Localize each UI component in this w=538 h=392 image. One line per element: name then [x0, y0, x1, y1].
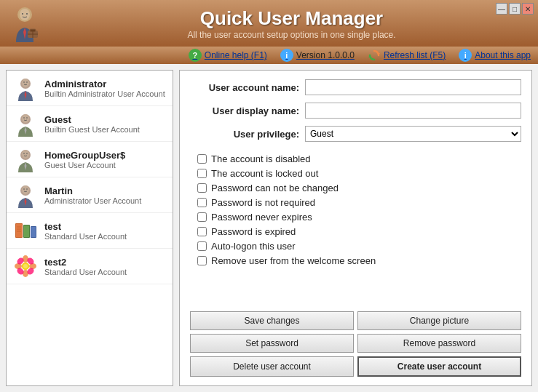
user-info-guest: Guest Builtin Guest User Account [44, 114, 140, 134]
user-item-guest[interactable]: Guest Builtin Guest User Account [7, 106, 173, 142]
checkbox-auto-logon-row: Auto-logon this user [197, 241, 521, 252]
svg-point-50 [23, 264, 28, 268]
user-item-administrator[interactable]: Administrator Builtin Administrator User… [7, 71, 173, 106]
user-item-martin[interactable]: Martin Administrator User Account [7, 177, 173, 213]
checkbox-locked[interactable] [197, 169, 207, 178]
refresh-icon [368, 49, 381, 62]
svg-point-1 [20, 9, 30, 20]
main-content: Administrator Builtin Administrator User… [0, 64, 538, 392]
display-name-row: User display name: [190, 103, 521, 119]
svg-rect-34 [24, 225, 29, 237]
privilege-select[interactable]: Guest Standard Administrator [305, 126, 521, 142]
checkbox-remove-welcome-label: Remove user from the welcome screen [211, 255, 376, 266]
checkbox-disabled[interactable] [197, 154, 207, 164]
svg-point-17 [22, 114, 29, 123]
version-info: i Version 1.0.0.0 [280, 49, 355, 62]
svg-point-2 [22, 13, 23, 15]
user-desc-martin: Administrator User Account [44, 196, 141, 205]
user-info-martin: Martin Administrator User Account [44, 185, 141, 205]
close-button[interactable]: ✕ [522, 3, 534, 15]
about-icon: i [459, 49, 472, 62]
user-desc-homegroupuser: Guest User Account [44, 161, 125, 169]
display-name-label: User display name: [190, 105, 299, 116]
svg-point-19 [26, 117, 28, 119]
privilege-row: User privilege: Guest Standard Administr… [190, 126, 521, 142]
svg-point-3 [26, 13, 28, 15]
svg-point-28 [23, 188, 25, 190]
buttons-section: Save changes Change picture Set password… [190, 311, 521, 377]
minimize-button[interactable]: — [496, 3, 507, 15]
set-password-button[interactable]: Set password [190, 334, 354, 353]
checkbox-no-change-pw-label: Password can not be changed [211, 183, 339, 193]
window-controls: — □ ✕ [496, 3, 534, 15]
about-label: About this app [475, 50, 531, 60]
checkbox-locked-label: The account is locked out [211, 168, 318, 179]
user-avatar-guest [12, 111, 39, 137]
user-name-test2: test2 [44, 257, 127, 268]
app-title: Quick User Manager [51, 7, 532, 30]
checkbox-pw-never-expires-label: Password never expires [211, 212, 312, 223]
svg-rect-36 [31, 227, 36, 237]
checkbox-pw-expired[interactable] [197, 227, 207, 236]
app-logo [6, 4, 44, 42]
checkbox-pw-not-required-label: Password is not required [211, 197, 315, 208]
svg-point-23 [23, 153, 25, 154]
save-changes-button[interactable]: Save changes [190, 311, 354, 330]
svg-point-29 [26, 188, 28, 190]
user-desc-guest: Builtin Guest User Account [44, 125, 140, 134]
checkbox-pw-never-expires[interactable] [197, 212, 207, 222]
user-avatar-administrator [12, 75, 39, 101]
online-help-link[interactable]: ? Online help (F1) [189, 49, 267, 62]
user-item-homegroupuser[interactable]: HomeGroupUser$ Guest User Account [7, 142, 173, 177]
checkbox-pw-not-required[interactable] [197, 198, 207, 207]
checkbox-auto-logon[interactable] [197, 241, 207, 251]
user-name-administrator: Administrator [44, 79, 165, 89]
checkbox-pw-not-required-row: Password is not required [197, 197, 521, 208]
checkbox-locked-row: The account is locked out [197, 168, 521, 179]
privilege-label: User privilege: [190, 129, 299, 140]
user-info-test: test Standard User Account [44, 221, 127, 241]
checkbox-disabled-row: The account is disabled [197, 153, 521, 164]
right-panel: User account name: User display name: Us… [179, 70, 532, 386]
remove-password-button[interactable]: Remove password [357, 334, 521, 353]
create-account-button[interactable]: Create user account [357, 356, 521, 377]
svg-point-22 [22, 150, 29, 159]
user-item-test[interactable]: test Standard User Account [7, 213, 173, 249]
account-name-input[interactable] [305, 79, 521, 95]
checkbox-pw-expired-label: Password is expired [211, 226, 296, 237]
user-name-homegroupuser: HomeGroupUser$ [44, 150, 125, 161]
user-name-guest: Guest [44, 114, 140, 125]
user-desc-administrator: Builtin Administrator User Account [44, 89, 165, 98]
svg-point-27 [22, 185, 29, 194]
svg-point-14 [26, 81, 28, 83]
change-picture-button[interactable]: Change picture [357, 311, 521, 330]
user-avatar-martin [12, 182, 39, 208]
user-list-panel: Administrator Builtin Administrator User… [6, 70, 173, 386]
online-help-label: Online help (F1) [205, 50, 267, 60]
user-name-martin: Martin [44, 185, 141, 196]
user-item-test2[interactable]: test2 Standard User Account [7, 249, 173, 284]
maximize-button[interactable]: □ [509, 3, 521, 15]
display-name-input[interactable] [305, 103, 521, 119]
help-icon: ? [189, 49, 202, 62]
about-link[interactable]: i About this app [459, 49, 531, 62]
checkbox-no-change-pw[interactable] [197, 183, 207, 193]
checkbox-remove-welcome[interactable] [197, 256, 207, 265]
user-avatar-test2 [12, 253, 39, 279]
user-name-test: test [44, 221, 127, 232]
refresh-label: Refresh list (F5) [384, 50, 446, 60]
account-name-label: User account name: [190, 82, 299, 93]
checkbox-disabled-label: The account is disabled [211, 153, 311, 164]
checkbox-remove-welcome-row: Remove user from the welcome screen [197, 255, 521, 266]
checkbox-no-change-pw-row: Password can not be changed [197, 183, 521, 193]
checkbox-pw-expired-row: Password is expired [197, 226, 521, 237]
title-bar: Quick User Manager All the user account … [0, 0, 538, 47]
user-avatar-homegroupuser [12, 146, 39, 172]
app-subtitle: All the user account setup options in on… [51, 30, 532, 40]
checkboxes-section: The account is disabled The account is l… [190, 153, 521, 266]
svg-point-12 [22, 79, 29, 87]
refresh-list-link[interactable]: Refresh list (F5) [368, 49, 446, 62]
user-avatar-test [12, 217, 39, 244]
title-group: Quick User Manager All the user account … [51, 7, 532, 40]
delete-account-button[interactable]: Delete user account [190, 356, 354, 377]
